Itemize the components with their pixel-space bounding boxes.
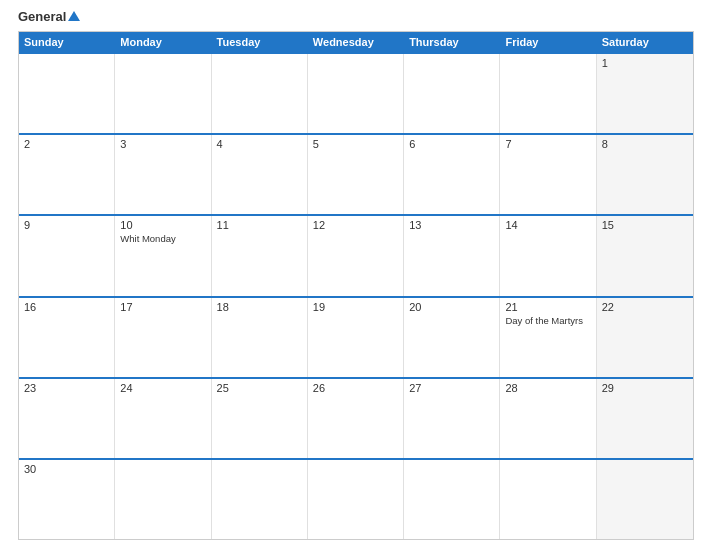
calendar-cell: 18 — [212, 298, 308, 377]
calendar-header-cell: Tuesday — [212, 32, 308, 52]
day-number: 6 — [409, 138, 494, 150]
calendar-header-cell: Saturday — [597, 32, 693, 52]
calendar-cell: 13 — [404, 216, 500, 295]
logo-triangle-icon — [68, 11, 80, 21]
holiday-label: Whit Monday — [120, 233, 205, 245]
calendar-cell: 29 — [597, 379, 693, 458]
day-number: 25 — [217, 382, 302, 394]
calendar-cell: 3 — [115, 135, 211, 214]
calendar-cell: 5 — [308, 135, 404, 214]
calendar-cell — [500, 54, 596, 133]
day-number: 30 — [24, 463, 109, 475]
day-number: 22 — [602, 301, 688, 313]
day-number: 23 — [24, 382, 109, 394]
calendar-cell — [212, 460, 308, 539]
calendar-cell: 11 — [212, 216, 308, 295]
calendar-cell — [115, 54, 211, 133]
calendar-cell: 9 — [19, 216, 115, 295]
calendar: SundayMondayTuesdayWednesdayThursdayFrid… — [18, 31, 694, 540]
day-number: 12 — [313, 219, 398, 231]
calendar-cell: 12 — [308, 216, 404, 295]
calendar-cell: 6 — [404, 135, 500, 214]
day-number: 3 — [120, 138, 205, 150]
calendar-header-cell: Friday — [500, 32, 596, 52]
day-number: 5 — [313, 138, 398, 150]
calendar-cell — [308, 54, 404, 133]
day-number: 21 — [505, 301, 590, 313]
day-number: 2 — [24, 138, 109, 150]
calendar-cell: 28 — [500, 379, 596, 458]
calendar-cell: 1 — [597, 54, 693, 133]
calendar-cell: 19 — [308, 298, 404, 377]
day-number: 19 — [313, 301, 398, 313]
calendar-cell — [19, 54, 115, 133]
calendar-cell — [404, 460, 500, 539]
calendar-body: 12345678910Whit Monday111213141516171819… — [19, 52, 693, 539]
day-number: 29 — [602, 382, 688, 394]
day-number: 11 — [217, 219, 302, 231]
calendar-cell: 7 — [500, 135, 596, 214]
calendar-cell: 26 — [308, 379, 404, 458]
calendar-week: 1 — [19, 52, 693, 133]
day-number: 20 — [409, 301, 494, 313]
calendar-cell: 25 — [212, 379, 308, 458]
calendar-week: 161718192021Day of the Martyrs22 — [19, 296, 693, 377]
calendar-week: 2345678 — [19, 133, 693, 214]
calendar-cell: 23 — [19, 379, 115, 458]
day-number: 14 — [505, 219, 590, 231]
calendar-week: 30 — [19, 458, 693, 539]
calendar-cell: 30 — [19, 460, 115, 539]
day-number: 26 — [313, 382, 398, 394]
header: General — [18, 10, 694, 23]
day-number: 27 — [409, 382, 494, 394]
calendar-cell: 20 — [404, 298, 500, 377]
page: General SundayMondayTuesdayWednesdayThur… — [0, 0, 712, 550]
calendar-header: SundayMondayTuesdayWednesdayThursdayFrid… — [19, 32, 693, 52]
calendar-cell: 17 — [115, 298, 211, 377]
calendar-cell — [308, 460, 404, 539]
calendar-cell — [597, 460, 693, 539]
calendar-header-cell: Thursday — [404, 32, 500, 52]
day-number: 17 — [120, 301, 205, 313]
day-number: 16 — [24, 301, 109, 313]
calendar-header-cell: Wednesday — [308, 32, 404, 52]
day-number: 10 — [120, 219, 205, 231]
calendar-week: 910Whit Monday1112131415 — [19, 214, 693, 295]
calendar-header-cell: Sunday — [19, 32, 115, 52]
day-number: 15 — [602, 219, 688, 231]
calendar-cell: 15 — [597, 216, 693, 295]
calendar-cell — [115, 460, 211, 539]
calendar-cell: 16 — [19, 298, 115, 377]
calendar-cell: 21Day of the Martyrs — [500, 298, 596, 377]
day-number: 18 — [217, 301, 302, 313]
calendar-cell: 22 — [597, 298, 693, 377]
calendar-cell — [500, 460, 596, 539]
calendar-cell — [212, 54, 308, 133]
logo-text: General — [18, 10, 80, 23]
day-number: 1 — [602, 57, 688, 69]
day-number: 28 — [505, 382, 590, 394]
holiday-label: Day of the Martyrs — [505, 315, 590, 327]
calendar-header-cell: Monday — [115, 32, 211, 52]
day-number: 4 — [217, 138, 302, 150]
day-number: 7 — [505, 138, 590, 150]
calendar-cell: 14 — [500, 216, 596, 295]
day-number: 9 — [24, 219, 109, 231]
day-number: 13 — [409, 219, 494, 231]
calendar-cell: 4 — [212, 135, 308, 214]
calendar-cell: 27 — [404, 379, 500, 458]
calendar-cell: 2 — [19, 135, 115, 214]
calendar-cell: 10Whit Monday — [115, 216, 211, 295]
day-number: 8 — [602, 138, 688, 150]
calendar-cell: 8 — [597, 135, 693, 214]
calendar-cell — [404, 54, 500, 133]
calendar-cell: 24 — [115, 379, 211, 458]
calendar-week: 23242526272829 — [19, 377, 693, 458]
day-number: 24 — [120, 382, 205, 394]
logo: General — [18, 10, 80, 23]
